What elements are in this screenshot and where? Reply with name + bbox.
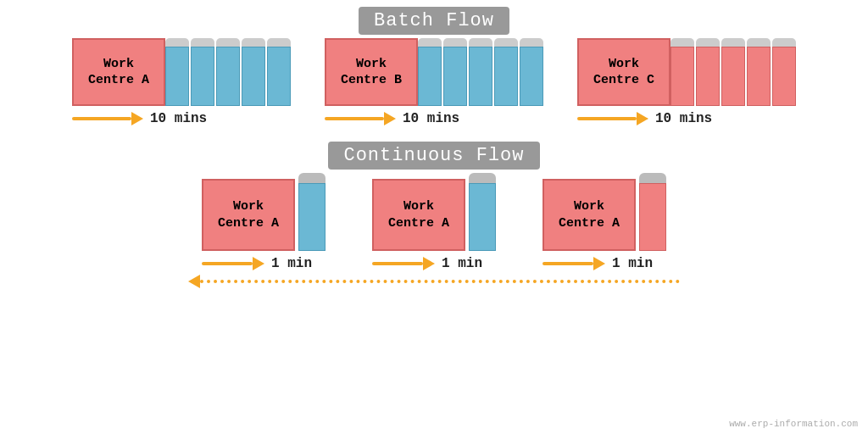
arrow-solid-b: [325, 112, 396, 125]
batch-item-c3: [721, 38, 745, 106]
cont-items-2: WorkCentre A: [372, 173, 496, 251]
cont-unit-3: WorkCentre A 1 min: [542, 173, 666, 271]
batch-item-c4: [747, 38, 771, 106]
batch-unit-b: WorkCentre B 10 mins: [325, 38, 543, 126]
batch-group-a: [165, 38, 291, 106]
batch-item-3: [216, 38, 240, 106]
batch-flow-title: Batch Flow: [359, 7, 509, 35]
batch-item-b4: [494, 38, 518, 106]
cont-time-2: 1 min: [442, 256, 482, 271]
cont-items-1: WorkCentre A: [202, 173, 326, 251]
cont-time-1: 1 min: [271, 256, 312, 271]
cont-wc-1: WorkCentre A: [202, 179, 295, 251]
cont-arrow-solid-3: [542, 257, 605, 270]
cont-arrow-3: 1 min: [542, 256, 666, 271]
cont-wc-2: WorkCentre A: [372, 179, 465, 251]
batch-arrow-c: 10 mins: [577, 111, 796, 126]
wc-box-c: WorkCentre C: [577, 38, 670, 106]
cont-unit-1: WorkCentre A 1 min: [202, 173, 326, 271]
return-dotted-line: [200, 280, 680, 283]
batch-item-c5: [772, 38, 796, 106]
batch-arrow-b: 10 mins: [325, 111, 543, 126]
batch-items-a: WorkCentre A: [72, 38, 291, 106]
continuous-row: WorkCentre A 1 min WorkCentre A: [0, 173, 868, 271]
cont-arrow-2: 1 min: [372, 256, 496, 271]
batch-time-b: 10 mins: [403, 111, 459, 126]
continuous-flow-section: Continuous Flow: [0, 142, 868, 170]
wc-box-a: WorkCentre A: [72, 38, 165, 106]
batch-unit-c: WorkCentre C 10 mins: [577, 38, 796, 126]
continuous-flow-title: Continuous Flow: [328, 142, 539, 170]
batch-item-b2: [443, 38, 467, 106]
cont-time-3: 1 min: [612, 256, 653, 271]
return-arrow-area: [0, 275, 868, 288]
batch-arrow-a: 10 mins: [72, 111, 291, 126]
batch-item-1: [165, 38, 189, 106]
arrow-solid-a: [72, 112, 143, 125]
batch-unit-a: WorkCentre A 10 mins: [72, 38, 291, 126]
return-arrowhead: [188, 275, 200, 288]
batch-time-c: 10 mins: [655, 111, 712, 126]
cont-item-2: [469, 173, 496, 251]
cont-unit-2: WorkCentre A 1 min: [372, 173, 496, 271]
batch-item-b5: [520, 38, 543, 106]
return-arrow: [188, 275, 680, 288]
batch-item-4: [242, 38, 265, 106]
cont-arrow-solid-2: [372, 257, 435, 270]
batch-item-5: [267, 38, 291, 106]
batch-item-c1: [670, 38, 694, 106]
cont-arrow-1: 1 min: [202, 256, 326, 271]
batch-item-2: [191, 38, 214, 106]
batch-items-c: WorkCentre C: [577, 38, 796, 106]
cont-item-1: [298, 173, 326, 251]
batch-item-c2: [696, 38, 720, 106]
cont-item-3: [639, 173, 666, 251]
batch-group-b: [418, 38, 543, 106]
arrow-solid-c: [577, 112, 648, 125]
watermark: www.erp-information.com: [729, 419, 858, 429]
cont-arrow-solid-1: [202, 257, 264, 270]
batch-group-c: [670, 38, 796, 106]
batch-item-b3: [469, 38, 492, 106]
batch-items-b: WorkCentre B: [325, 38, 543, 106]
batch-time-a: 10 mins: [150, 111, 207, 126]
cont-items-3: WorkCentre A: [542, 173, 666, 251]
cont-wc-3: WorkCentre A: [542, 179, 636, 251]
wc-box-b: WorkCentre B: [325, 38, 418, 106]
batch-item-b1: [418, 38, 442, 106]
batch-row: WorkCentre A 10 mins WorkCentre B: [0, 38, 868, 126]
batch-flow-section: Batch Flow: [0, 0, 868, 35]
